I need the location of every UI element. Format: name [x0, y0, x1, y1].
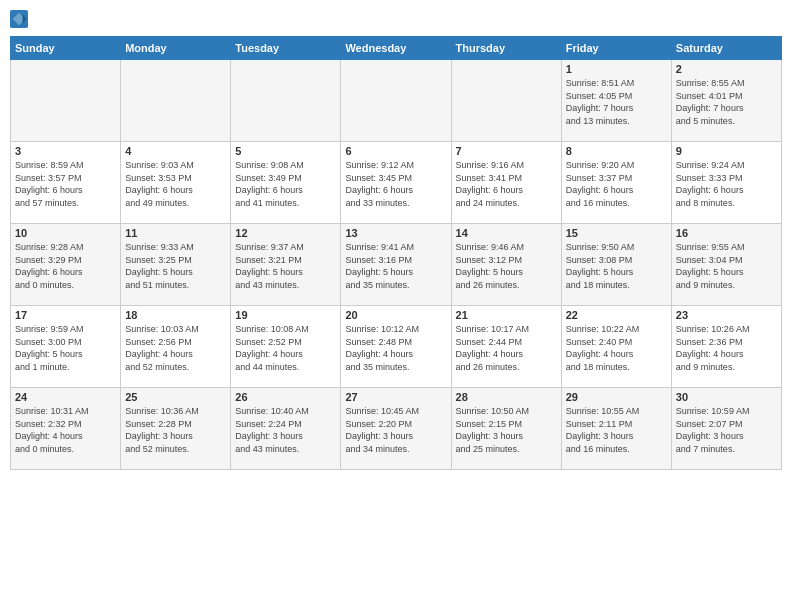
day-info: Sunrise: 9:12 AM Sunset: 3:45 PM Dayligh… — [345, 159, 446, 209]
logo — [10, 10, 32, 28]
calendar-day-cell: 14Sunrise: 9:46 AM Sunset: 3:12 PM Dayli… — [451, 224, 561, 306]
calendar-day-cell: 22Sunrise: 10:22 AM Sunset: 2:40 PM Dayl… — [561, 306, 671, 388]
calendar-day-cell: 24Sunrise: 10:31 AM Sunset: 2:32 PM Dayl… — [11, 388, 121, 470]
day-info: Sunrise: 10:45 AM Sunset: 2:20 PM Daylig… — [345, 405, 446, 455]
day-number: 4 — [125, 145, 226, 157]
calendar-day-cell: 30Sunrise: 10:59 AM Sunset: 2:07 PM Dayl… — [671, 388, 781, 470]
calendar-day-cell: 16Sunrise: 9:55 AM Sunset: 3:04 PM Dayli… — [671, 224, 781, 306]
weekday-header: Friday — [561, 37, 671, 60]
calendar-day-cell: 27Sunrise: 10:45 AM Sunset: 2:20 PM Dayl… — [341, 388, 451, 470]
day-number: 30 — [676, 391, 777, 403]
day-number: 28 — [456, 391, 557, 403]
calendar-day-cell: 17Sunrise: 9:59 AM Sunset: 3:00 PM Dayli… — [11, 306, 121, 388]
day-info: Sunrise: 8:59 AM Sunset: 3:57 PM Dayligh… — [15, 159, 116, 209]
day-info: Sunrise: 9:28 AM Sunset: 3:29 PM Dayligh… — [15, 241, 116, 291]
day-number: 8 — [566, 145, 667, 157]
day-info: Sunrise: 8:55 AM Sunset: 4:01 PM Dayligh… — [676, 77, 777, 127]
calendar-day-cell — [451, 60, 561, 142]
calendar-day-cell: 2Sunrise: 8:55 AM Sunset: 4:01 PM Daylig… — [671, 60, 781, 142]
day-info: Sunrise: 10:40 AM Sunset: 2:24 PM Daylig… — [235, 405, 336, 455]
calendar-day-cell: 15Sunrise: 9:50 AM Sunset: 3:08 PM Dayli… — [561, 224, 671, 306]
calendar-day-cell: 4Sunrise: 9:03 AM Sunset: 3:53 PM Daylig… — [121, 142, 231, 224]
calendar-day-cell: 8Sunrise: 9:20 AM Sunset: 3:37 PM Daylig… — [561, 142, 671, 224]
day-number: 16 — [676, 227, 777, 239]
calendar-week-row: 10Sunrise: 9:28 AM Sunset: 3:29 PM Dayli… — [11, 224, 782, 306]
calendar-day-cell — [341, 60, 451, 142]
page-header — [10, 10, 782, 28]
day-number: 18 — [125, 309, 226, 321]
day-number: 7 — [456, 145, 557, 157]
day-info: Sunrise: 10:26 AM Sunset: 2:36 PM Daylig… — [676, 323, 777, 373]
day-number: 23 — [676, 309, 777, 321]
day-number: 29 — [566, 391, 667, 403]
day-number: 19 — [235, 309, 336, 321]
day-info: Sunrise: 10:50 AM Sunset: 2:15 PM Daylig… — [456, 405, 557, 455]
day-number: 12 — [235, 227, 336, 239]
day-info: Sunrise: 10:03 AM Sunset: 2:56 PM Daylig… — [125, 323, 226, 373]
day-info: Sunrise: 10:08 AM Sunset: 2:52 PM Daylig… — [235, 323, 336, 373]
day-info: Sunrise: 10:17 AM Sunset: 2:44 PM Daylig… — [456, 323, 557, 373]
day-info: Sunrise: 9:37 AM Sunset: 3:21 PM Dayligh… — [235, 241, 336, 291]
calendar-day-cell: 19Sunrise: 10:08 AM Sunset: 2:52 PM Dayl… — [231, 306, 341, 388]
day-info: Sunrise: 10:36 AM Sunset: 2:28 PM Daylig… — [125, 405, 226, 455]
day-number: 24 — [15, 391, 116, 403]
calendar-day-cell: 11Sunrise: 9:33 AM Sunset: 3:25 PM Dayli… — [121, 224, 231, 306]
day-info: Sunrise: 9:03 AM Sunset: 3:53 PM Dayligh… — [125, 159, 226, 209]
weekday-header: Thursday — [451, 37, 561, 60]
calendar-day-cell: 6Sunrise: 9:12 AM Sunset: 3:45 PM Daylig… — [341, 142, 451, 224]
day-info: Sunrise: 9:33 AM Sunset: 3:25 PM Dayligh… — [125, 241, 226, 291]
day-number: 13 — [345, 227, 446, 239]
day-number: 10 — [15, 227, 116, 239]
weekday-header: Tuesday — [231, 37, 341, 60]
day-info: Sunrise: 9:50 AM Sunset: 3:08 PM Dayligh… — [566, 241, 667, 291]
day-info: Sunrise: 8:51 AM Sunset: 4:05 PM Dayligh… — [566, 77, 667, 127]
calendar-day-cell: 18Sunrise: 10:03 AM Sunset: 2:56 PM Dayl… — [121, 306, 231, 388]
calendar-day-cell: 20Sunrise: 10:12 AM Sunset: 2:48 PM Dayl… — [341, 306, 451, 388]
day-number: 3 — [15, 145, 116, 157]
day-info: Sunrise: 9:20 AM Sunset: 3:37 PM Dayligh… — [566, 159, 667, 209]
calendar-week-row: 1Sunrise: 8:51 AM Sunset: 4:05 PM Daylig… — [11, 60, 782, 142]
day-info: Sunrise: 9:41 AM Sunset: 3:16 PM Dayligh… — [345, 241, 446, 291]
calendar-day-cell: 7Sunrise: 9:16 AM Sunset: 3:41 PM Daylig… — [451, 142, 561, 224]
calendar-day-cell: 13Sunrise: 9:41 AM Sunset: 3:16 PM Dayli… — [341, 224, 451, 306]
day-info: Sunrise: 9:08 AM Sunset: 3:49 PM Dayligh… — [235, 159, 336, 209]
calendar-week-row: 17Sunrise: 9:59 AM Sunset: 3:00 PM Dayli… — [11, 306, 782, 388]
day-number: 14 — [456, 227, 557, 239]
calendar-day-cell — [231, 60, 341, 142]
day-number: 22 — [566, 309, 667, 321]
day-number: 2 — [676, 63, 777, 75]
day-info: Sunrise: 10:31 AM Sunset: 2:32 PM Daylig… — [15, 405, 116, 455]
day-info: Sunrise: 10:22 AM Sunset: 2:40 PM Daylig… — [566, 323, 667, 373]
weekday-header: Saturday — [671, 37, 781, 60]
calendar-day-cell: 23Sunrise: 10:26 AM Sunset: 2:36 PM Dayl… — [671, 306, 781, 388]
calendar-day-cell: 5Sunrise: 9:08 AM Sunset: 3:49 PM Daylig… — [231, 142, 341, 224]
day-number: 1 — [566, 63, 667, 75]
day-number: 20 — [345, 309, 446, 321]
day-number: 25 — [125, 391, 226, 403]
day-number: 15 — [566, 227, 667, 239]
calendar-day-cell: 21Sunrise: 10:17 AM Sunset: 2:44 PM Dayl… — [451, 306, 561, 388]
calendar-day-cell: 3Sunrise: 8:59 AM Sunset: 3:57 PM Daylig… — [11, 142, 121, 224]
calendar-day-cell — [11, 60, 121, 142]
calendar-day-cell — [121, 60, 231, 142]
calendar-week-row: 24Sunrise: 10:31 AM Sunset: 2:32 PM Dayl… — [11, 388, 782, 470]
weekday-header: Wednesday — [341, 37, 451, 60]
day-info: Sunrise: 9:46 AM Sunset: 3:12 PM Dayligh… — [456, 241, 557, 291]
day-number: 21 — [456, 309, 557, 321]
day-info: Sunrise: 9:24 AM Sunset: 3:33 PM Dayligh… — [676, 159, 777, 209]
calendar-day-cell: 26Sunrise: 10:40 AM Sunset: 2:24 PM Dayl… — [231, 388, 341, 470]
day-number: 9 — [676, 145, 777, 157]
day-info: Sunrise: 10:12 AM Sunset: 2:48 PM Daylig… — [345, 323, 446, 373]
calendar-day-cell: 1Sunrise: 8:51 AM Sunset: 4:05 PM Daylig… — [561, 60, 671, 142]
day-info: Sunrise: 9:59 AM Sunset: 3:00 PM Dayligh… — [15, 323, 116, 373]
calendar-table: SundayMondayTuesdayWednesdayThursdayFrid… — [10, 36, 782, 470]
day-info: Sunrise: 9:55 AM Sunset: 3:04 PM Dayligh… — [676, 241, 777, 291]
day-number: 17 — [15, 309, 116, 321]
weekday-header: Sunday — [11, 37, 121, 60]
logo-icon — [10, 10, 28, 28]
day-number: 5 — [235, 145, 336, 157]
weekday-header: Monday — [121, 37, 231, 60]
day-info: Sunrise: 10:59 AM Sunset: 2:07 PM Daylig… — [676, 405, 777, 455]
calendar-header-row: SundayMondayTuesdayWednesdayThursdayFrid… — [11, 37, 782, 60]
calendar-day-cell: 12Sunrise: 9:37 AM Sunset: 3:21 PM Dayli… — [231, 224, 341, 306]
